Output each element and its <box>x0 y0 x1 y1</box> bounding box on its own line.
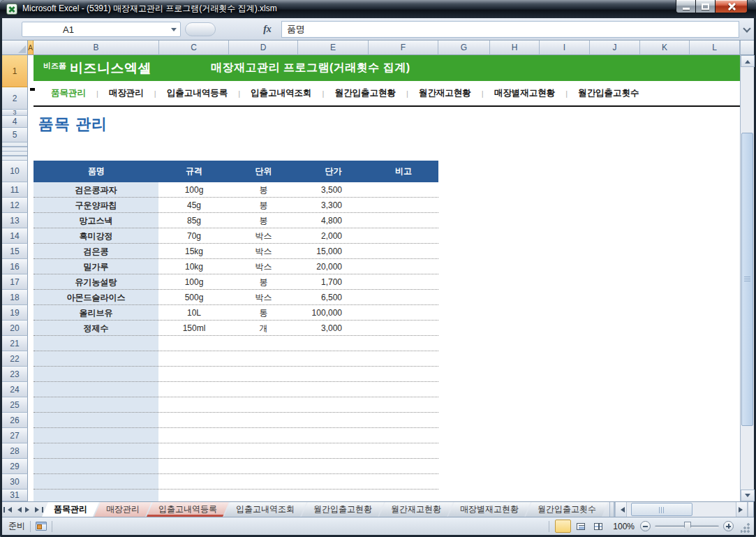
row-header-23[interactable]: 23 <box>2 367 28 382</box>
sheet-tab-5[interactable]: 월간재고현황 <box>379 502 453 517</box>
column-header-f[interactable]: F <box>369 41 438 55</box>
row-header-14[interactable]: 14 <box>2 228 28 244</box>
item-spec-cell[interactable]: 500g <box>159 290 229 305</box>
item-name-cell[interactable]: 망고스낵 <box>34 213 158 228</box>
item-unit-cell[interactable]: 봉 <box>229 198 298 213</box>
column-header-g[interactable]: G <box>438 41 490 55</box>
formula-bar-expand-icon[interactable] <box>743 24 750 32</box>
empty-row[interactable] <box>34 351 438 367</box>
item-price-cell[interactable]: 3,300 <box>298 198 342 213</box>
table-row[interactable]: 망고스낵85g봉4,800 <box>34 213 438 228</box>
empty-row[interactable] <box>34 413 438 428</box>
column-header-l[interactable]: L <box>690 41 740 55</box>
horizontal-scrollbar-thumb[interactable] <box>631 503 692 516</box>
scroll-left-button[interactable] <box>615 502 627 517</box>
item-name-cell[interactable]: 흑미강정 <box>34 228 158 244</box>
column-header-a[interactable]: A <box>28 41 34 55</box>
item-spec-cell[interactable]: 100g <box>159 274 229 290</box>
minimize-button[interactable] <box>676 0 696 13</box>
item-unit-cell[interactable]: 봉 <box>229 213 298 228</box>
item-name-cell[interactable]: 밀가루 <box>34 259 158 274</box>
table-row[interactable]: 올리브유10L통100,000 <box>34 305 438 321</box>
table-row[interactable]: 구운양파칩45g봉3,300 <box>34 198 438 213</box>
empty-row[interactable] <box>34 397 438 413</box>
row-header-24[interactable]: 24 <box>2 382 28 397</box>
item-unit-cell[interactable]: 박스 <box>229 244 298 259</box>
last-sheet-button[interactable] <box>34 502 44 517</box>
item-name-cell[interactable]: 구운양파칩 <box>34 198 158 213</box>
item-unit-cell[interactable]: 개 <box>229 321 298 336</box>
sheet-tab-6[interactable]: 매장별재고현황 <box>448 502 531 517</box>
column-header-h[interactable]: H <box>490 41 540 55</box>
window-resize-grip[interactable] <box>741 523 751 534</box>
scroll-right-button[interactable] <box>736 502 748 517</box>
row-header-10[interactable]: 10 <box>2 161 28 182</box>
next-sheet-button[interactable] <box>23 502 34 517</box>
zoom-out-button[interactable] <box>640 521 651 531</box>
empty-row[interactable] <box>34 336 438 351</box>
item-name-cell[interactable]: 정제수 <box>34 321 158 336</box>
column-header-c[interactable]: C <box>159 41 229 55</box>
normal-view-button[interactable] <box>555 520 571 533</box>
row-header-17[interactable]: 17 <box>2 274 28 290</box>
row-header-15[interactable]: 15 <box>2 244 28 259</box>
close-button[interactable] <box>716 0 748 13</box>
row-header-11[interactable]: 11 <box>2 182 28 198</box>
nav-item-3[interactable]: 입출고내역조회 <box>240 87 323 99</box>
name-box-dropdown-icon[interactable] <box>171 28 177 34</box>
sheet-tab-2[interactable]: 입출고내역등록 <box>147 502 229 517</box>
nav-item-4[interactable]: 월간입출고현황 <box>324 87 406 99</box>
vertical-scrollbar-thumb[interactable] <box>741 133 753 426</box>
nav-item-7[interactable]: 월간입출고횟수 <box>568 87 650 99</box>
row-header-18[interactable]: 18 <box>2 290 28 305</box>
row-header-13[interactable]: 13 <box>2 213 28 228</box>
item-price-cell[interactable]: 15,000 <box>298 244 342 259</box>
empty-row[interactable] <box>34 428 438 443</box>
row-header-12[interactable]: 12 <box>2 198 28 213</box>
item-spec-cell[interactable]: 100g <box>159 182 229 198</box>
row-header-1[interactable]: 1 <box>2 55 28 87</box>
empty-row[interactable] <box>34 474 438 490</box>
empty-row[interactable] <box>34 459 438 474</box>
scroll-down-button[interactable] <box>741 490 755 501</box>
cell-reference-box[interactable]: A1 <box>22 22 181 37</box>
column-header-k[interactable]: K <box>640 41 690 55</box>
selection-fill-handle[interactable] <box>30 88 35 91</box>
select-all-button[interactable] <box>2 41 28 55</box>
first-sheet-button[interactable] <box>2 502 13 517</box>
row-header-3[interactable]: 3 <box>2 110 28 116</box>
row-header-31[interactable]: 31 <box>2 490 28 501</box>
item-price-cell[interactable]: 100,000 <box>298 305 342 321</box>
table-row[interactable]: 밀가루10kg박스20,000 <box>34 259 438 274</box>
row-header-19[interactable]: 19 <box>2 305 28 321</box>
item-price-cell[interactable]: 1,700 <box>298 274 342 290</box>
item-name-cell[interactable]: 아몬드슬라이스 <box>34 290 158 305</box>
row-header-26[interactable]: 26 <box>2 413 28 428</box>
item-name-cell[interactable]: 검은콩과자 <box>34 182 158 198</box>
nav-item-1[interactable]: 매장관리 <box>98 87 154 99</box>
page-layout-view-button[interactable] <box>572 520 588 533</box>
row-header-29[interactable]: 29 <box>2 459 28 474</box>
row-header-22[interactable]: 22 <box>2 351 28 367</box>
item-name-cell[interactable]: 올리브유 <box>34 305 158 321</box>
column-header-b[interactable]: B <box>34 41 159 55</box>
item-unit-cell[interactable]: 박스 <box>229 259 298 274</box>
empty-row[interactable] <box>34 443 438 459</box>
column-header-j[interactable]: J <box>590 41 640 55</box>
sheet-tab-3[interactable]: 입출고내역조회 <box>224 502 306 517</box>
row-header-27[interactable]: 27 <box>2 428 28 443</box>
sheet-tab-7[interactable]: 월간입출고횟수 <box>526 502 608 517</box>
column-header-e[interactable]: E <box>298 41 369 55</box>
zoom-slider-thumb[interactable] <box>684 522 691 531</box>
sheet-tab-4[interactable]: 월간입출고현황 <box>302 502 384 517</box>
item-price-cell[interactable]: 4,800 <box>298 213 342 228</box>
nav-item-0[interactable]: 품목관리 <box>40 87 96 99</box>
item-spec-cell[interactable]: 45g <box>159 198 229 213</box>
restore-button[interactable] <box>696 0 716 13</box>
zoom-slider-track[interactable] <box>655 525 719 528</box>
vertical-scrollbar[interactable] <box>740 55 754 501</box>
sheet-tab-1[interactable]: 매장관리 <box>94 502 151 517</box>
item-price-cell[interactable]: 3,000 <box>298 321 342 336</box>
empty-row[interactable] <box>34 367 438 382</box>
table-row[interactable]: 검은콩과자100g봉3,500 <box>34 182 438 198</box>
